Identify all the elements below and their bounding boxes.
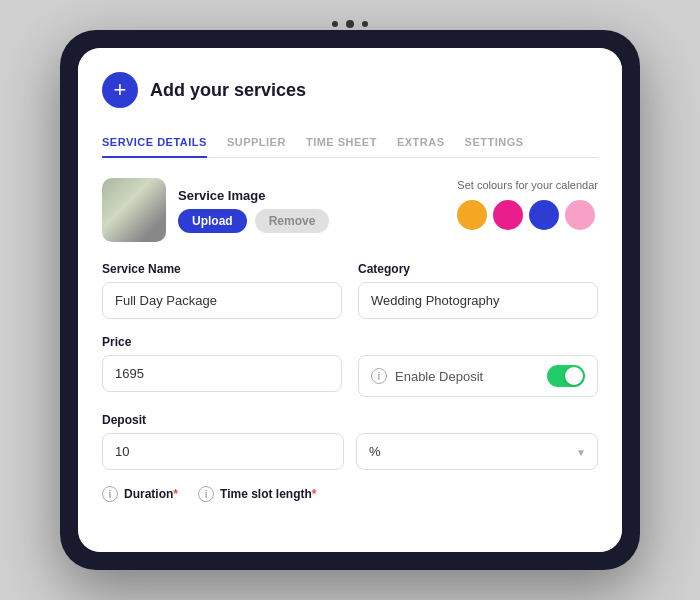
service-image-label: Service Image (178, 188, 329, 203)
page-title: Add your services (150, 80, 306, 101)
price-group: Price (102, 335, 342, 397)
colour-dot-orange[interactable] (457, 200, 487, 230)
name-category-row: Service Name Category (102, 262, 598, 319)
enable-deposit-toggle[interactable] (547, 365, 585, 387)
deposit-section: Deposit % Fixed ▼ (102, 413, 598, 470)
service-image-area: Service Image Upload Remove (102, 178, 329, 242)
enable-deposit-spacer (358, 335, 598, 349)
colour-dots (457, 200, 598, 230)
deposit-label: Deposit (102, 413, 598, 427)
service-name-group: Service Name (102, 262, 342, 319)
service-thumbnail (102, 178, 166, 242)
toggle-knob (565, 367, 583, 385)
deposit-type-group: % Fixed ▼ (356, 433, 598, 470)
remove-button[interactable]: Remove (255, 209, 330, 233)
thumbnail-image (102, 178, 166, 242)
price-input[interactable] (102, 355, 342, 392)
colour-selector: Set colours for your calendar (457, 178, 598, 230)
time-slot-info-icon[interactable]: i (198, 486, 214, 502)
tab-supplier[interactable]: SUPPLIER (227, 128, 286, 158)
service-name-label: Service Name (102, 262, 342, 276)
colour-label: Set colours for your calendar (457, 178, 598, 192)
category-input[interactable] (358, 282, 598, 319)
category-label: Category (358, 262, 598, 276)
upload-button[interactable]: Upload (178, 209, 247, 233)
image-controls: Service Image Upload Remove (178, 188, 329, 233)
deposit-row: % Fixed ▼ (102, 433, 598, 470)
tab-bar: SERVICE DETAILS SUPPLIER TIME SHEET EXTR… (102, 128, 598, 158)
duration-info-icon[interactable]: i (102, 486, 118, 502)
page-header: + Add your services (102, 72, 598, 108)
tab-extras[interactable]: EXTRAS (397, 128, 445, 158)
price-deposit-row: Price i Enable Deposit (102, 335, 598, 397)
camera-dot-2 (346, 20, 354, 28)
service-name-input[interactable] (102, 282, 342, 319)
tab-time-sheet[interactable]: TIME SHEET (306, 128, 377, 158)
duration-field: i Duration* (102, 486, 178, 502)
duration-label: Duration* (124, 487, 178, 501)
service-image-section: Service Image Upload Remove Set colours … (102, 178, 598, 242)
camera-dot-3 (362, 21, 368, 27)
colour-dot-blue[interactable] (529, 200, 559, 230)
enable-deposit-info-icon[interactable]: i (371, 368, 387, 384)
category-group: Category (358, 262, 598, 319)
camera-dot-1 (332, 21, 338, 27)
deposit-value-group (102, 433, 344, 470)
colour-dot-pink[interactable] (493, 200, 523, 230)
colour-dot-light-pink[interactable] (565, 200, 595, 230)
tab-service-details[interactable]: SERVICE DETAILS (102, 128, 207, 158)
enable-deposit-group: i Enable Deposit (358, 335, 598, 397)
enable-deposit-label: Enable Deposit (395, 369, 539, 384)
enable-deposit-toggle-row: i Enable Deposit (358, 355, 598, 397)
deposit-type-select[interactable]: % Fixed (356, 433, 598, 470)
time-slot-field: i Time slot length* (198, 486, 316, 502)
tab-settings[interactable]: SETTINGS (465, 128, 524, 158)
deposit-value-input[interactable] (102, 433, 344, 470)
add-service-icon[interactable]: + (102, 72, 138, 108)
price-label: Price (102, 335, 342, 349)
time-slot-label: Time slot length* (220, 487, 316, 501)
footer-fields-row: i Duration* i Time slot length* (102, 486, 598, 502)
